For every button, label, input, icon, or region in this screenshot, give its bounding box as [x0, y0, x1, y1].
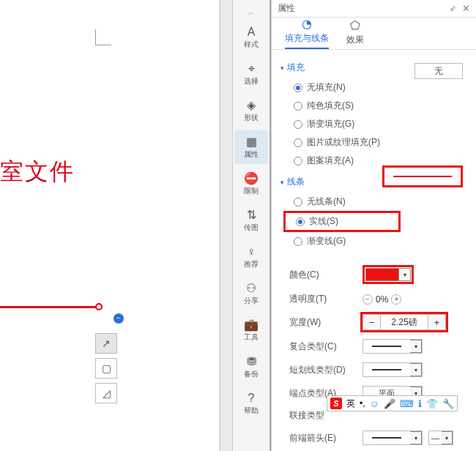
sidebar-item-shape[interactable]: ◈形状 [234, 94, 268, 127]
opacity-decrease-button[interactable]: − [362, 294, 373, 305]
radio-label: 图案填充(A) [307, 154, 354, 167]
color-picker-highlight: ▾ [362, 265, 414, 284]
sidebar-item-label: 传图 [244, 223, 259, 233]
sidebar-item-toolbox[interactable]: 💼工具 [234, 313, 268, 347]
chevron-up-icon[interactable]: ︿ [248, 7, 255, 18]
radio-no-fill[interactable]: 无填充(N) [280, 78, 467, 97]
row-opacity: 透明度(T) − 0% + [280, 288, 467, 310]
radio-solid-fill[interactable]: 纯色填充(S) [280, 97, 467, 115]
ime-skin-icon[interactable]: 👕 [426, 398, 438, 409]
dash-label: 短划线类型(D) [289, 364, 357, 376]
chevron-down-icon: ▾ [410, 431, 422, 444]
collapse-arrow-icon: ▾ [280, 64, 284, 72]
sidebar-item-share[interactable]: ⚇分享 [234, 277, 268, 310]
tab-fill-and-line[interactable]: ◔ 填充与线条 [285, 17, 329, 49]
sidebar-item-select[interactable]: ⌖选择 [234, 57, 268, 91]
panel-title: 属性 [278, 2, 450, 15]
radio-label: 渐变填充(G) [307, 118, 354, 130]
color-dropdown-button[interactable]: ▾ [399, 268, 411, 281]
ime-emoji-icon[interactable]: ☺ [370, 398, 379, 409]
sidebar-item-label: 备份 [244, 369, 259, 379]
selected-line-shape[interactable] [0, 306, 99, 308]
front-arrow-size-dropdown[interactable]: —▾ [428, 430, 453, 445]
row-color: 颜色(C) ▾ [280, 261, 467, 288]
properties-icon: ▦ [246, 135, 257, 149]
tab-label: 填充与线条 [285, 32, 329, 45]
opacity-value: 0% [376, 294, 388, 305]
radio-icon [294, 83, 302, 92]
arrow-sample-icon [372, 437, 401, 439]
sidebar-item-label: 帮助 [244, 406, 259, 416]
panel-tabs: ◔ 填充与线条 ⬠ 效果 [272, 18, 476, 50]
document-canvas[interactable]: 室文件 − ↗ ▢ ◿ [0, 0, 220, 451]
ime-language[interactable]: 英 [346, 398, 355, 410]
effect-icon: ⬠ [350, 18, 360, 32]
width-decrease-button[interactable]: − [363, 315, 381, 329]
chevron-down-icon: ▾ [410, 363, 422, 376]
line-sample-icon [372, 346, 401, 347]
sidebar-item-label: 形状 [244, 113, 259, 123]
sidebar-item-style[interactable]: A样式 [234, 20, 268, 54]
properties-panel: 属性 ⇙ ✕ ◔ 填充与线条 ⬠ 效果 无 ▾ 填充 无填充(N) 纯色填充(S… [271, 0, 476, 451]
chevron-down-icon: ▾ [442, 431, 453, 444]
compound-label: 复合类型(C) [289, 340, 357, 353]
shape-option-rect[interactable]: ▢ [95, 358, 117, 379]
ime-logo-icon[interactable]: S [330, 398, 342, 409]
sidebar-item-properties[interactable]: ▦属性 [234, 130, 268, 164]
ime-keyboard-icon[interactable]: ⌨ [400, 398, 414, 409]
color-swatch[interactable] [365, 268, 399, 281]
radio-no-line[interactable]: 无线条(N) [280, 193, 467, 211]
radio-gradient-fill[interactable]: 渐变填充(G) [280, 115, 467, 133]
sidebar-item-label: 推荐 [244, 259, 259, 269]
sidebar-item-label: 选择 [244, 76, 259, 86]
sidebar-item-recommend[interactable]: ♀推荐 [234, 240, 268, 274]
radio-picture-fill[interactable]: 图片或纹理填充(P) [280, 133, 467, 152]
width-value[interactable]: 2.25磅 [381, 315, 428, 329]
select-icon: ⌖ [248, 62, 255, 75]
radio-icon [294, 198, 302, 206]
row-width: 宽度(W) − 2.25磅 + [280, 310, 467, 335]
ime-info-icon[interactable]: ℹ [418, 398, 422, 409]
shape-icon: ◈ [247, 98, 256, 112]
sidebar-item-upload[interactable]: ⇅传图 [234, 204, 268, 237]
row-front-arrow: 前端箭头(E) ▾ —▾ [280, 426, 467, 445]
shape-option-diag[interactable]: ◿ [95, 383, 117, 403]
width-label: 宽度(W) [289, 316, 357, 329]
opacity-increase-button[interactable]: + [391, 294, 401, 305]
floating-minus-button[interactable]: − [114, 313, 124, 324]
compound-type-dropdown[interactable]: ▾ [362, 339, 423, 354]
recommend-icon: ♀ [247, 245, 256, 258]
upload-icon: ⇅ [247, 208, 256, 222]
radio-icon [294, 138, 302, 147]
row-compound-type: 复合类型(C) ▾ [280, 335, 467, 358]
radio-solid-line[interactable]: 实线(S) [283, 211, 401, 232]
help-icon: ? [248, 392, 255, 405]
width-increase-button[interactable]: + [428, 315, 445, 329]
width-stepper-highlight: − 2.25磅 + [362, 314, 446, 330]
close-icon[interactable]: ✕ [462, 3, 470, 14]
restrict-icon: ⛔ [244, 171, 259, 185]
front-arrow-label: 前端箭头(E) [289, 432, 357, 444]
sidebar-item-restrict[interactable]: ⛔限制 [234, 167, 268, 201]
tab-effect[interactable]: ⬠ 效果 [346, 18, 364, 49]
ime-settings-icon[interactable]: 🔧 [442, 398, 454, 409]
line-end-handle[interactable] [95, 303, 103, 310]
radio-label: 图片或纹理填充(P) [307, 136, 380, 149]
radio-label: 渐变线(G) [307, 235, 346, 247]
sidebar-item-help[interactable]: ?帮助 [234, 387, 268, 420]
fill-none-swatch[interactable]: 无 [414, 63, 463, 79]
ime-toolbar[interactable]: S 英 •, ☺ 🎤 ⌨ ℹ 👕 🔧 [327, 395, 458, 411]
shape-option-line[interactable]: ↗ [95, 333, 117, 354]
line-preview-highlight [382, 165, 463, 187]
front-arrow-dropdown[interactable]: ▾ [362, 430, 423, 445]
radio-gradient-line[interactable]: 渐变线(G) [280, 232, 467, 250]
dash-type-dropdown[interactable]: ▾ [362, 362, 423, 377]
ime-punct-mode[interactable]: •, [360, 398, 365, 409]
ime-mic-icon[interactable]: 🎤 [384, 398, 395, 409]
pin-icon[interactable]: ⇙ [450, 4, 456, 13]
tab-label: 效果 [346, 34, 364, 46]
shape-mini-toolbar: ↗ ▢ ◿ [95, 333, 117, 403]
radio-label: 实线(S) [309, 215, 338, 228]
color-label: 颜色(C) [289, 269, 357, 281]
sidebar-item-backup[interactable]: ⛃备份 [234, 350, 268, 384]
